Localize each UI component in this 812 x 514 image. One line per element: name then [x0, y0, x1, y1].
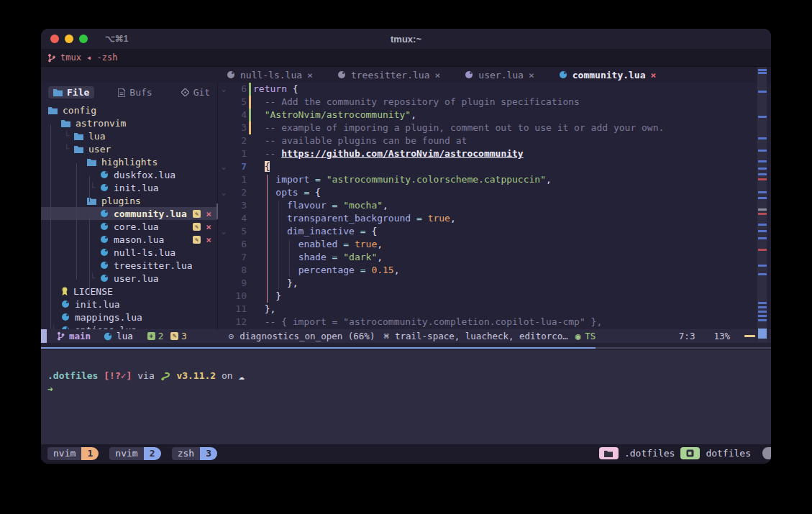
source-tab-git[interactable]: Git [176, 86, 215, 98]
tree-item-mappings.lua[interactable]: mappings.lua [41, 311, 217, 323]
diagnostics-progress: diagnostics_on_open (66%) [240, 331, 375, 341]
buffer-tab-label: user.lua [478, 70, 524, 81]
code-text: -- available plugins can be found at [253, 134, 771, 147]
fold-column [218, 134, 229, 147]
code-line[interactable]: 2 -- available plugins can be found at [218, 134, 771, 147]
buffer-close-icon[interactable]: × [529, 70, 534, 81]
buffer-close-icon[interactable]: × [651, 70, 657, 81]
cursor-position: 7:3 [679, 331, 695, 341]
tree-item-user.lua[interactable]: └user.lua [41, 272, 217, 285]
code-line[interactable]: 5 -- Add the community repository of plu… [218, 96, 771, 109]
code-line[interactable]: 3 -- example of imporing a plugin, comme… [218, 121, 771, 134]
scrollbar-mark [758, 315, 767, 317]
tree-item-highlights[interactable]: highlights [41, 155, 217, 168]
git-sign-column [247, 96, 253, 109]
code-line[interactable]: 10 } [218, 290, 771, 303]
tree-item-astronvim[interactable]: astronvim [41, 116, 217, 129]
cursor-block: { [265, 161, 270, 172]
folder-icon [74, 145, 83, 153]
source-tab-bufs[interactable]: Bufs [113, 86, 157, 98]
editor-scrollbar[interactable] [757, 67, 767, 343]
git-status-badges: ✎× [193, 208, 211, 219]
line-number: 6 [229, 83, 247, 96]
buffer-tab-label: community.lua [572, 70, 646, 81]
code-line[interactable]: 11 }, [218, 303, 771, 316]
code-line[interactable]: 4 "AstroNvim/astrocommunity", [218, 109, 771, 121]
modified-badge-icon: ✎ [193, 236, 201, 244]
terminal-tab-title[interactable]: tmux ◂ -zsh [60, 52, 117, 63]
fold-chevron-icon[interactable]: ⌄ [218, 160, 229, 173]
code-line[interactable]: ⌄2 opts = { [218, 186, 771, 199]
buffer-tab-community.lua[interactable]: community.lua× [559, 70, 657, 81]
scrollbar-mark [758, 208, 767, 211]
scrollbar-mark [758, 224, 767, 226]
code-editor[interactable]: ⌄6return {5 -- Add the community reposit… [218, 83, 771, 329]
fold-chevron-icon[interactable]: ⌄ [218, 186, 229, 199]
git-sign-column [247, 83, 253, 96]
tree-item-treesitter.lua[interactable]: treesitter.lua [41, 259, 217, 272]
tree-item-duskfox.lua[interactable]: duskfox.lua [41, 168, 217, 181]
tmux-window-1[interactable]: nvim1 [47, 447, 99, 460]
tmux-window-2[interactable]: nvim2 [109, 447, 160, 460]
diagnostics-icon: ⊙ [229, 331, 234, 341]
source-tab-label: Bufs [129, 87, 152, 98]
code-text: transparent_background = true, [253, 212, 771, 225]
fold-column [218, 316, 229, 329]
tree-item-mason.lua[interactable]: mason.lua✎× [41, 233, 217, 246]
code-line[interactable]: ⌄5 dim_inactive = { [218, 225, 771, 238]
zsh-pane[interactable]: .dotfiles [!?✓] via v3.11.2 on ☁ ➜ [41, 350, 771, 444]
mode-indicator-block [41, 329, 47, 343]
code-line[interactable]: 1 import = "astrocommunity.colorscheme.c… [218, 173, 771, 186]
tree-item-label: lua [88, 131, 105, 142]
zoom-window-button[interactable] [79, 35, 88, 43]
buffer-tab-treesitter.lua[interactable]: treesitter.lua× [337, 70, 440, 81]
scrollbar-thumb[interactable] [758, 329, 767, 339]
code-line[interactable]: 1 -- https://github.com/AstroNvim/astroc… [218, 147, 771, 160]
code-line[interactable]: 3 flavour = "mocha", [218, 199, 771, 212]
code-text: flavour = "mocha", [253, 199, 771, 212]
tree-item-community.lua[interactable]: community.lua✎× [41, 207, 217, 220]
buffer-tab-null-ls.lua[interactable]: null-ls.lua× [227, 70, 313, 81]
tree-item-init.lua[interactable]: └init.lua [41, 181, 217, 194]
code-line[interactable]: 9 }, [218, 277, 771, 290]
buffer-tab-user.lua[interactable]: user.lua× [465, 70, 534, 81]
source-tab-file[interactable]: File [48, 86, 94, 98]
tree-item-user[interactable]: └user [41, 142, 217, 155]
code-line[interactable]: 7 shade = "dark", [218, 251, 771, 264]
fold-chevron-icon[interactable]: ⌄ [218, 83, 229, 96]
lsp-clients-list: trail-space, luacheck, editorco… [395, 331, 568, 341]
minimize-window-button[interactable] [65, 35, 73, 43]
git-branch-name[interactable]: main [69, 331, 91, 341]
code-line[interactable]: 12 -- { import = "astrocommunity.complet… [218, 316, 771, 329]
tree-item-core.lua[interactable]: core.lua✎× [41, 220, 217, 233]
code-line[interactable]: 6 enabled = true, [218, 238, 771, 251]
statusline: main lua + 2 ✎ 3 ⊙ diagnostics_on_open (… [41, 329, 771, 343]
scrollbar-mark [758, 311, 767, 313]
code-line[interactable]: 8 percentage = 0.15, [218, 264, 771, 277]
code-line[interactable]: 4 transparent_background = true, [218, 212, 771, 225]
tmux-window-name: nvim [109, 447, 143, 460]
scrollbar-mark [758, 137, 767, 139]
code-line[interactable]: ⌄7 { [218, 160, 771, 173]
tree-item-plugins[interactable]: plugins [41, 194, 217, 207]
tree-item-null-ls.lua[interactable]: null-ls.lua [41, 246, 217, 259]
line-number: 7 [229, 160, 247, 173]
git-sign-column [247, 160, 253, 173]
buffer-close-icon[interactable]: × [435, 70, 441, 81]
code-line[interactable]: ⌄6return { [218, 83, 771, 96]
git-sign-column [247, 225, 253, 238]
tree-item-LICENSE[interactable]: LICENSE [41, 285, 217, 298]
buffer-close-icon[interactable]: × [307, 70, 313, 81]
line-number: 6 [229, 238, 247, 251]
lua-file-icon [100, 209, 109, 218]
shell-cursor[interactable] [53, 384, 59, 395]
tmux-window-3[interactable]: zsh3 [172, 447, 217, 460]
tmux-session-name[interactable]: .dotfiles [624, 448, 675, 459]
fold-chevron-icon[interactable]: ⌄ [218, 225, 229, 238]
tmux-window-name: nvim [47, 447, 81, 460]
tree-item-init.lua[interactable]: init.lua [41, 298, 217, 311]
close-window-button[interactable] [50, 35, 59, 43]
tree-item-lua[interactable]: └lua [41, 129, 217, 142]
tree-item-config[interactable]: config [41, 104, 217, 116]
tree-corner-guide: └ [64, 131, 69, 141]
